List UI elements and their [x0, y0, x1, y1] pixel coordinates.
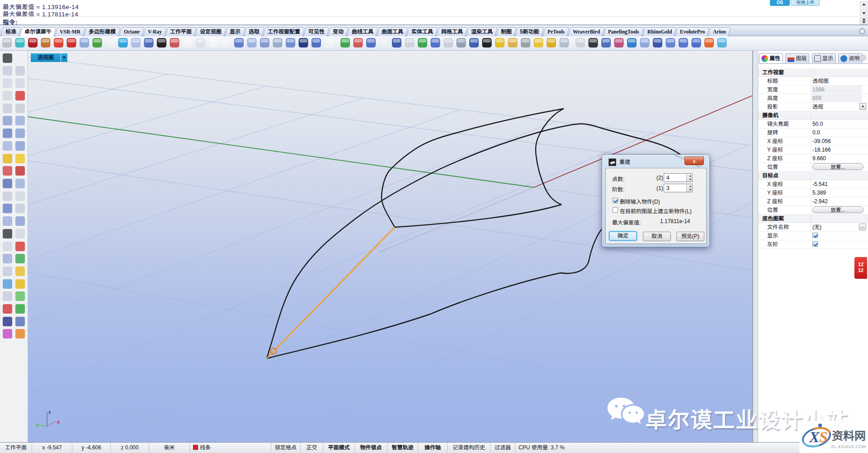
- svg-text:y: y: [36, 422, 39, 428]
- svg-text:X: X: [809, 429, 820, 445]
- svg-text:资料网: 资料网: [832, 429, 866, 442]
- svg-text:S: S: [819, 429, 828, 445]
- svg-text:x: x: [57, 419, 60, 424]
- svg-text:z: z: [48, 409, 51, 415]
- svg-text:ZL.XS1616.COM: ZL.XS1616.COM: [831, 444, 866, 449]
